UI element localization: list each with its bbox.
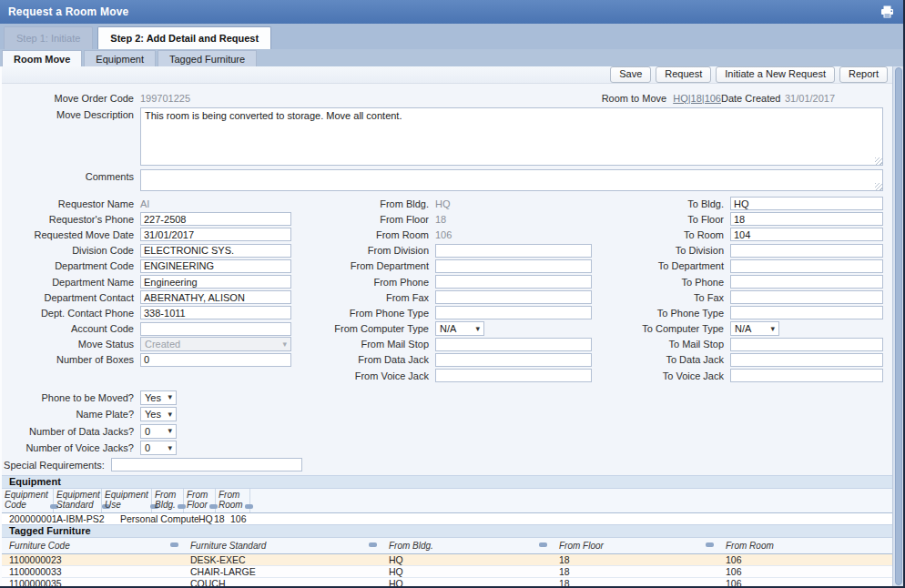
filter-icon[interactable]: [369, 542, 377, 547]
field-label-requested-move-date: Requested Move Date: [2, 229, 140, 240]
vertical-scrollbar[interactable]: [892, 66, 903, 586]
step-tab-initiate[interactable]: Step 1: Initiate: [4, 26, 93, 49]
column-header-from-room[interactable]: From Room: [216, 489, 250, 512]
field-to-voice-jack[interactable]: [730, 369, 883, 382]
field-from-phone[interactable]: [435, 275, 592, 289]
form-row: Department Name: [2, 274, 302, 289]
filter-icon[interactable]: [539, 542, 547, 547]
field-from-division[interactable]: [435, 244, 592, 258]
step-tab-label: Step 2: Add Detail and Request: [110, 33, 259, 44]
field-to-computer-type[interactable]: N/A▾: [730, 321, 779, 336]
comments-row: Comments: [2, 169, 887, 191]
column-header-furniture-standard[interactable]: Furniture Standard: [183, 538, 381, 553]
field-to-room[interactable]: [730, 228, 883, 241]
field-number-of-data-jacks[interactable]: 0▾: [140, 424, 177, 439]
column-header-label: From Floor: [559, 541, 706, 551]
field-number-of-boxes[interactable]: [140, 353, 291, 367]
field-special-requirements[interactable]: [111, 458, 302, 471]
chevron-down-icon: ▾: [475, 325, 480, 333]
field-to-phone-type[interactable]: [730, 306, 883, 319]
field-to-fax[interactable]: [730, 290, 883, 304]
field-label-from-fax: From Fax: [302, 292, 435, 303]
save-button[interactable]: Save: [610, 66, 651, 83]
field-to-division[interactable]: [730, 244, 883, 258]
cell-furniture-code: 1100000035: [2, 578, 183, 588]
table-row[interactable]: 1100000023DESK-EXECHQ18106: [2, 554, 892, 566]
filter-icon[interactable]: [170, 542, 178, 547]
field-to-mail-stop[interactable]: [730, 338, 883, 351]
field-division-code[interactable]: [140, 244, 291, 258]
field-label-number-of-voice-jacks: Number of Voice Jacks?: [2, 442, 140, 453]
tab-label: Tagged Furniture: [169, 54, 245, 65]
field-label-department-code: Department Code: [2, 260, 140, 271]
field-to-data-jack[interactable]: [730, 353, 883, 367]
field-label-requestor-s-phone: Requestor's Phone: [2, 214, 140, 225]
field-number-of-voice-jacks[interactable]: 0▾: [140, 441, 177, 455]
field-from-fax[interactable]: [435, 290, 592, 304]
column-header-label: From Bldg.: [155, 490, 176, 511]
cell-from-bldg: HQ: [198, 513, 214, 524]
field-from-department[interactable]: [435, 259, 592, 273]
comments-textarea[interactable]: [140, 169, 883, 191]
field-phone-to-be-moved[interactable]: Yes▾: [140, 390, 177, 405]
column-header-from-bldg[interactable]: From Bldg.: [381, 538, 552, 553]
field-department-name[interactable]: [140, 275, 291, 289]
table-row[interactable]: 1100000033CHAIR-LARGEHQ18106: [2, 566, 892, 578]
field-department-contact[interactable]: [140, 290, 291, 304]
chevron-down-icon: ▾: [770, 325, 775, 333]
column-header-equipment-standard[interactable]: Equipment Standard: [54, 489, 102, 512]
cell-from-room: 106: [230, 513, 258, 524]
field-label-to-phone: To Phone: [605, 277, 730, 288]
table-row[interactable]: 1100000035COUCHHQ18106: [2, 578, 892, 588]
column-header-from-bldg[interactable]: From Bldg.: [152, 489, 184, 512]
move-description-textarea[interactable]: This room is being converted to storage.…: [140, 107, 883, 166]
field-dept-contact-phone[interactable]: [140, 306, 291, 319]
field-from-computer-type[interactable]: N/A▾: [435, 321, 484, 336]
field-from-phone-type[interactable]: [435, 306, 592, 319]
field-to-phone[interactable]: [730, 275, 883, 289]
field-label-number-of-data-jacks: Number of Data Jacks?: [2, 426, 140, 437]
field-from-voice-jack[interactable]: [435, 369, 592, 382]
table-row[interactable]: 2000000015A-IBM-PS2Personal ComputerHQ18…: [2, 513, 892, 524]
cell-from-floor: 18: [552, 554, 718, 565]
filter-icon[interactable]: [706, 542, 714, 547]
form-row: Phone to be Moved?Yes▾: [2, 389, 302, 406]
report-button[interactable]: Report: [839, 66, 888, 83]
field-label-from-phone: From Phone: [302, 277, 435, 288]
step-tab-add-detail[interactable]: Step 2: Add Detail and Request: [97, 26, 271, 49]
equipment-table-header: Equipment CodeEquipment StandardEquipmen…: [2, 489, 892, 513]
field-value-from-room: 106: [435, 229, 452, 240]
form-row: From Phone: [302, 274, 605, 289]
equipment-table-body: 2000000015A-IBM-PS2Personal ComputerHQ18…: [2, 513, 892, 524]
field-requestor-s-phone[interactable]: [140, 212, 291, 226]
field-to-bldg[interactable]: [730, 197, 883, 210]
field-account-code[interactable]: [140, 322, 291, 336]
room-to-move-link[interactable]: HQ|18|106: [673, 93, 721, 104]
column-header-from-floor[interactable]: From Floor: [552, 538, 718, 553]
field-label-to-department: To Department: [605, 260, 730, 271]
print-icon[interactable]: [879, 5, 895, 19]
tab-tagged-furniture[interactable]: Tagged Furniture: [158, 50, 257, 66]
field-label-to-bldg: To Bldg.: [605, 198, 730, 209]
column-header-from-room[interactable]: From Room: [718, 538, 888, 553]
field-to-department[interactable]: [730, 259, 883, 273]
header-filler: [250, 489, 892, 512]
field-label-special-requirements: Special Requirements:: [2, 460, 111, 471]
field-label-to-division: To Division: [605, 245, 730, 256]
field-from-data-jack[interactable]: [435, 353, 592, 367]
field-from-mail-stop[interactable]: [435, 338, 592, 351]
initiate-new-request-button[interactable]: Initiate a New Request: [716, 66, 835, 83]
field-label-department-name: Department Name: [2, 277, 140, 288]
column-header-equipment-code[interactable]: Equipment Code: [2, 489, 54, 512]
tab-room-move[interactable]: Room Move: [2, 50, 82, 66]
field-name-plate[interactable]: Yes▾: [140, 407, 177, 421]
request-button[interactable]: Request: [656, 66, 711, 83]
field-to-floor[interactable]: [730, 212, 883, 226]
column-header-from-floor[interactable]: From Floor: [184, 489, 216, 512]
field-requested-move-date[interactable]: [140, 228, 291, 241]
scrollbar-thumb[interactable]: [895, 67, 902, 585]
tab-equipment[interactable]: Equipment: [84, 50, 156, 66]
column-header-equipment-use[interactable]: Equipment Use: [102, 489, 152, 512]
field-department-code[interactable]: [140, 259, 291, 273]
column-header-furniture-code[interactable]: Furniture Code: [2, 538, 183, 553]
